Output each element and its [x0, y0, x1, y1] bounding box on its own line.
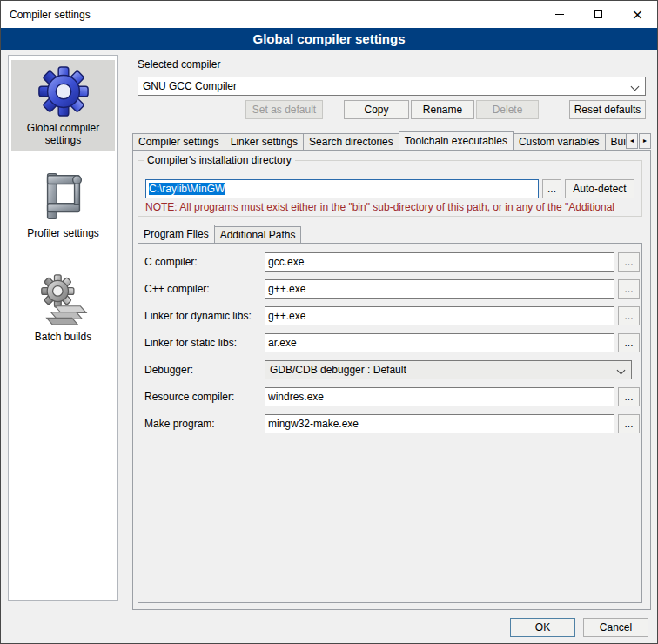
form-row: Debugger: GDB/CDB debugger : Default: [138, 360, 642, 379]
tab-additional-paths[interactable]: Additional Paths: [214, 226, 302, 243]
sidebar-item-profiler-settings[interactable]: Profiler settings: [11, 165, 115, 245]
sidebar-item-label: Batch builds: [13, 331, 113, 343]
field-label: C++ compiler:: [144, 279, 210, 299]
rename-button[interactable]: Rename: [411, 100, 474, 119]
close-icon: ×: [632, 8, 643, 22]
linker-static-browse-button[interactable]: ...: [618, 333, 640, 352]
sidebar-item-label: Profiler settings: [13, 227, 113, 239]
caption-buttons: ×: [540, 1, 657, 28]
cancel-button[interactable]: Cancel: [583, 618, 648, 637]
make-program-browse-button[interactable]: ...: [618, 414, 640, 433]
set-as-default-button[interactable]: Set as default: [245, 100, 323, 119]
reset-defaults-button[interactable]: Reset defaults: [569, 100, 646, 119]
form-row: Make program: ...: [138, 414, 642, 433]
resource-compiler-input[interactable]: [265, 387, 614, 406]
settings-tab-strip: Compiler settings Linker settings Search…: [132, 131, 651, 150]
chevron-down-icon: [631, 83, 640, 91]
delete-button[interactable]: Delete: [476, 100, 539, 119]
auto-detect-button[interactable]: Auto-detect: [565, 179, 634, 198]
cpp-compiler-browse-button[interactable]: ...: [618, 279, 640, 299]
linker-static-input[interactable]: [265, 333, 614, 352]
gray-gear-stack-icon: [37, 273, 91, 327]
install-dir-input[interactable]: C:\raylib\MinGW: [145, 179, 539, 198]
tab-linker-settings[interactable]: Linker settings: [225, 133, 304, 150]
scroll-right-icon: ▸: [643, 137, 647, 144]
compiler-settings-dialog: Compiler settings × Global compiler sett…: [0, 0, 658, 644]
install-dir-value: C:\raylib\MinGW: [149, 183, 225, 195]
close-button[interactable]: ×: [618, 1, 657, 28]
scroll-left-icon: ◂: [630, 137, 634, 144]
form-row: C compiler: ...: [138, 252, 642, 272]
install-dir-note: NOTE: All programs must exist either in …: [145, 201, 643, 213]
title-bar[interactable]: Compiler settings ×: [1, 1, 657, 28]
tab-compiler-settings[interactable]: Compiler settings: [132, 133, 225, 150]
minimize-button[interactable]: [540, 1, 579, 28]
blue-gear-icon: [37, 64, 91, 118]
tab-custom-variables[interactable]: Custom variables: [513, 133, 606, 150]
tab-scroll-right-button[interactable]: ▸: [639, 133, 651, 149]
c-compiler-browse-button[interactable]: ...: [618, 252, 640, 272]
tab-program-files[interactable]: Program Files: [138, 225, 215, 243]
make-program-input[interactable]: [265, 414, 614, 433]
tab-toolchain-executables[interactable]: Toolchain executables: [399, 131, 514, 150]
program-files-tab-strip: Program Files Additional Paths: [138, 225, 300, 243]
form-row: Linker for static libs: ...: [138, 333, 642, 352]
sidebar-item-batch-builds[interactable]: Batch builds: [11, 269, 115, 348]
selected-compiler-combobox[interactable]: GNU GCC Compiler: [138, 77, 646, 96]
profiler-tool-icon: [37, 170, 91, 224]
chevron-down-icon: [617, 366, 626, 375]
tab-scroll-left-button[interactable]: ◂: [626, 133, 638, 149]
field-label: Debugger:: [144, 360, 193, 379]
field-label: Linker for static libs:: [144, 333, 237, 352]
debugger-value: GDB/CDB debugger : Default: [270, 364, 406, 376]
sidebar-item-label: Global compiler settings: [13, 122, 113, 146]
resource-compiler-browse-button[interactable]: ...: [618, 387, 640, 406]
cpp-compiler-input[interactable]: [265, 279, 614, 299]
dialog-header: Global compiler settings: [1, 28, 657, 50]
form-row: C++ compiler: ...: [138, 279, 642, 299]
field-label: Resource compiler:: [144, 387, 234, 406]
field-label: C compiler:: [144, 252, 198, 272]
selected-compiler-value: GNU GCC Compiler: [143, 80, 237, 92]
ok-button[interactable]: OK: [510, 618, 575, 637]
maximize-button[interactable]: [579, 1, 618, 28]
install-dir-browse-button[interactable]: ...: [542, 179, 561, 198]
form-row: Resource compiler: ...: [138, 387, 642, 406]
settings-category-list: Global compiler settings: [8, 55, 118, 601]
c-compiler-input[interactable]: [265, 252, 614, 272]
selected-compiler-label: Selected compiler: [138, 58, 220, 70]
sidebar-item-global-compiler-settings[interactable]: Global compiler settings: [11, 60, 115, 151]
field-label: Linker for dynamic libs:: [144, 306, 252, 325]
tab-search-directories[interactable]: Search directories: [303, 133, 400, 150]
form-row: Linker for dynamic libs: ...: [138, 306, 642, 325]
debugger-select[interactable]: GDB/CDB debugger : Default: [265, 360, 632, 379]
minimize-icon: [555, 14, 564, 15]
install-dir-group-label: Compiler's installation directory: [144, 154, 295, 166]
linker-dynamic-browse-button[interactable]: ...: [618, 306, 640, 325]
linker-dynamic-input[interactable]: [265, 306, 614, 325]
window-title: Compiler settings: [10, 9, 91, 21]
copy-button[interactable]: Copy: [344, 100, 409, 119]
field-label: Make program:: [144, 414, 215, 433]
maximize-icon: [594, 10, 602, 18]
